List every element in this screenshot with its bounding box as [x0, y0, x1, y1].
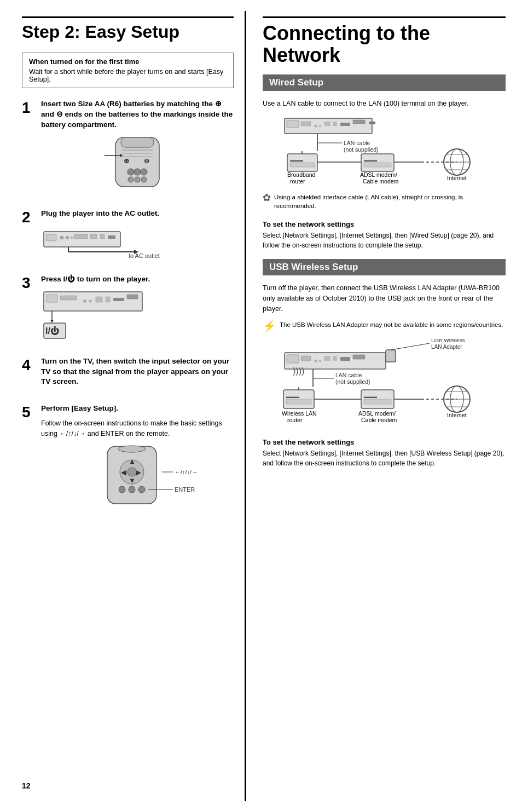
svg-rect-92 — [301, 356, 311, 361]
svg-rect-64 — [353, 120, 365, 124]
step-1-number: 1 — [22, 100, 36, 116]
svg-text:(not supplied): (not supplied) — [335, 378, 370, 385]
svg-rect-75 — [290, 163, 315, 167]
svg-text:▬▬▬: ▬▬▬ — [364, 394, 377, 399]
svg-rect-35 — [113, 298, 124, 301]
note-icon: ⚡ — [263, 320, 276, 331]
svg-rect-30 — [60, 296, 77, 300]
svg-text:Internet: Internet — [447, 412, 467, 418]
svg-rect-23 — [108, 235, 115, 239]
svg-point-94 — [319, 360, 321, 362]
wired-tip: ✿ Using a shielded interface cable (LAN … — [263, 193, 506, 216]
step-3-number: 3 — [22, 275, 36, 291]
svg-rect-95 — [324, 356, 330, 361]
svg-text:▬▬▬: ▬▬▬ — [286, 394, 299, 399]
svg-rect-62 — [333, 122, 337, 126]
svg-text:router: router — [290, 178, 305, 185]
svg-rect-63 — [340, 123, 350, 126]
svg-point-11 — [135, 177, 140, 182]
usb-note: ⚡ The USB Wireless LAN Adapter may not b… — [263, 320, 506, 335]
svg-text:to AC outlet: to AC outlet — [129, 252, 160, 259]
svg-text:ADSL modem/: ADSL modem/ — [358, 410, 396, 417]
svg-text:Cable modem: Cable modem — [361, 417, 397, 423]
svg-text:Broadband: Broadband — [287, 171, 316, 178]
player-power-diagram: I/⏻ — [41, 289, 183, 341]
usb-wireless-setup-header: USB Wireless Setup — [263, 259, 506, 275]
svg-text:ENTER: ENTER — [175, 486, 195, 493]
tip-icon: ✿ — [263, 193, 271, 203]
svg-text:▲: ▲ — [129, 457, 136, 465]
svg-text:⊖: ⊖ — [144, 157, 149, 165]
wired-network-settings-title: To set the network settings — [263, 220, 506, 228]
svg-point-19 — [71, 237, 73, 239]
step-4-content: Turn on the TV, then switch the input se… — [41, 356, 234, 392]
step-4-number: 4 — [22, 358, 36, 373]
svg-point-42 — [118, 446, 146, 452]
svg-text:)))): )))) — [293, 366, 304, 376]
svg-text:▶: ▶ — [136, 468, 141, 476]
svg-text:◀: ◀ — [121, 468, 126, 476]
svg-text:router: router — [287, 417, 303, 423]
svg-rect-16 — [47, 234, 56, 241]
svg-rect-91 — [287, 355, 299, 363]
svg-text:Wireless LAN: Wireless LAN — [282, 410, 317, 417]
svg-rect-97 — [340, 357, 350, 361]
svg-text:⊕: ⊕ — [124, 157, 129, 165]
step-1: 1 Insert two Size AA (R6) batteries by m… — [22, 99, 234, 197]
page: Step 2: Easy Setup When turned on for th… — [0, 0, 522, 812]
svg-rect-57 — [287, 120, 299, 128]
svg-rect-1 — [121, 137, 154, 147]
svg-point-48 — [127, 468, 136, 476]
svg-rect-66 — [373, 122, 375, 124]
svg-point-12 — [141, 177, 147, 182]
svg-marker-38 — [50, 320, 54, 323]
svg-point-7 — [127, 169, 134, 175]
svg-point-32 — [89, 300, 92, 302]
step-4-label: Turn on the TV, then switch the input se… — [41, 356, 234, 388]
page-number: 12 — [22, 781, 31, 790]
remote-arrows-diagram: ▲ ▼ ◀ ▶ ←/↑/↓/→ — [77, 444, 198, 515]
svg-point-60 — [319, 125, 321, 127]
svg-point-59 — [315, 124, 317, 127]
svg-line-100 — [391, 343, 430, 350]
step-2-number: 2 — [22, 210, 36, 225]
step-3-content: Press I/⏻ to turn on the player. — [41, 274, 234, 344]
svg-text:Internet: Internet — [447, 175, 467, 181]
step-5-label: Perform [Easy Setup]. — [41, 404, 234, 414]
svg-rect-99 — [386, 350, 396, 362]
svg-rect-21 — [90, 234, 97, 239]
svg-text:▬▬▬: ▬▬▬ — [290, 158, 303, 163]
wired-network-settings-text: Select [Network Settings], [Internet Set… — [263, 231, 506, 250]
right-section-title: Connecting to the Network — [263, 22, 506, 66]
svg-point-93 — [315, 360, 317, 362]
svg-rect-58 — [301, 122, 311, 126]
svg-point-49 — [119, 486, 125, 493]
ac-outlet-diagram: to AC outlet — [41, 223, 205, 259]
wired-diagram-svg: LAN cable (not supplied) ▬▬▬ ▬▬▬ — [263, 116, 482, 187]
step-2: 2 Plug the player into the AC outlet. — [22, 209, 234, 262]
step-5-number: 5 — [22, 405, 36, 420]
svg-text:Cable modem: Cable modem — [363, 178, 399, 185]
step-5-content: Perform [Easy Setup]. Follow the on-scre… — [41, 404, 234, 517]
svg-text:(not supplied): (not supplied) — [344, 146, 379, 153]
svg-rect-116 — [364, 399, 391, 404]
svg-text:I/⏻: I/⏻ — [45, 326, 59, 336]
svg-text:LAN cable: LAN cable — [335, 372, 362, 378]
step-2-content: Plug the player into the AC outlet. — [41, 209, 234, 262]
step-3-label: Press I/⏻ to turn on the player. — [41, 274, 234, 285]
wired-setup-text: Use a LAN cable to connect to the LAN (1… — [263, 99, 506, 109]
svg-text:LAN cable: LAN cable — [344, 140, 370, 146]
svg-point-31 — [83, 300, 86, 303]
info-box: When turned on for the first time Wait f… — [22, 53, 234, 88]
svg-rect-36 — [127, 295, 138, 299]
svg-text:←/↑/↓/→: ←/↑/↓/→ — [175, 469, 198, 475]
svg-text:ADSL modem/: ADSL modem/ — [360, 171, 397, 178]
wired-setup-header: Wired Setup — [263, 74, 506, 91]
svg-rect-96 — [333, 356, 337, 361]
right-column: Connecting to the Network Wired Setup Us… — [257, 11, 517, 801]
svg-point-9 — [141, 169, 147, 175]
svg-rect-98 — [353, 355, 365, 359]
svg-rect-112 — [286, 399, 311, 404]
step-3: 3 Press I/⏻ to turn on the player. — [22, 274, 234, 344]
wired-network-diagram: LAN cable (not supplied) ▬▬▬ ▬▬▬ — [263, 116, 506, 188]
